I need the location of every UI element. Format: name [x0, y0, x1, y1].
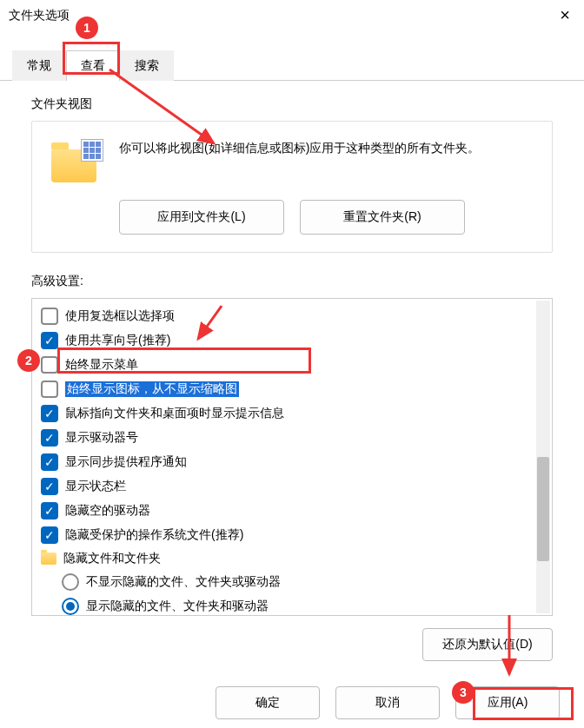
- setting-row-3[interactable]: 始终显示图标，从不显示缩略图: [36, 377, 548, 401]
- close-icon[interactable]: ×: [554, 5, 575, 25]
- setting-label: 不显示隐藏的文件、文件夹或驱动器: [86, 574, 281, 590]
- checkbox[interactable]: [41, 478, 58, 495]
- apply-button[interactable]: 应用(A): [455, 686, 560, 719]
- window-title: 文件夹选项: [9, 8, 70, 23]
- setting-row-10: 隐藏文件和文件夹: [36, 547, 548, 570]
- apply-to-folders-button[interactable]: 应用到文件夹(L): [119, 200, 284, 235]
- tab-search[interactable]: 搜索: [120, 50, 174, 81]
- scrollbar-thumb[interactable]: [537, 457, 549, 561]
- setting-label: 使用共享向导(推荐): [65, 333, 170, 348]
- setting-label: 始终显示菜单: [65, 357, 138, 373]
- setting-label: 始终显示图标，从不显示缩略图: [65, 381, 239, 397]
- setting-label: 隐藏文件和文件夹: [63, 551, 161, 566]
- setting-label: 显示驱动器号: [65, 430, 138, 446]
- radio[interactable]: [62, 573, 79, 591]
- setting-label: 隐藏受保护的操作系统文件(推荐): [65, 527, 243, 543]
- folder-views-description: 你可以将此视图(如详细信息或图标)应用于这种类型的所有文件夹。: [119, 139, 480, 157]
- setting-row-6[interactable]: 显示同步提供程序通知: [36, 450, 548, 474]
- setting-label: 隐藏空的驱动器: [65, 503, 150, 519]
- ok-button[interactable]: 确定: [216, 686, 320, 719]
- checkbox[interactable]: [41, 356, 58, 374]
- setting-row-4[interactable]: 鼠标指向文件夹和桌面项时显示提示信息: [36, 401, 548, 426]
- tab-bar: 常规 查看 搜索: [0, 50, 584, 81]
- scrollbar[interactable]: [536, 301, 550, 613]
- setting-row-2[interactable]: 始终显示菜单: [36, 353, 548, 377]
- checkbox[interactable]: [41, 308, 58, 325]
- setting-label: 使用复选框以选择项: [65, 308, 175, 324]
- cancel-button[interactable]: 取消: [335, 686, 440, 719]
- checkbox[interactable]: [41, 526, 58, 544]
- restore-defaults-button[interactable]: 还原为默认值(D): [422, 628, 553, 661]
- folder-icon: [41, 553, 56, 565]
- folder-views-group: 你可以将此视图(如详细信息或图标)应用于这种类型的所有文件夹。 应用到文件夹(L…: [31, 121, 553, 253]
- tab-general[interactable]: 常规: [12, 50, 66, 81]
- setting-label: 显示状态栏: [65, 479, 126, 494]
- radio[interactable]: [62, 598, 79, 615]
- checkbox[interactable]: [41, 453, 58, 471]
- setting-row-11[interactable]: 不显示隐藏的文件、文件夹或驱动器: [36, 570, 548, 594]
- checkbox[interactable]: [41, 332, 58, 349]
- folder-views-label: 文件夹视图: [31, 96, 553, 112]
- setting-label: 显示同步提供程序通知: [65, 454, 187, 470]
- setting-row-9[interactable]: 隐藏受保护的操作系统文件(推荐): [36, 523, 548, 547]
- setting-row-0[interactable]: 使用复选框以选择项: [36, 304, 548, 328]
- setting-row-8[interactable]: 隐藏空的驱动器: [36, 499, 548, 523]
- checkbox[interactable]: [41, 429, 58, 447]
- setting-row-12[interactable]: 显示隐藏的文件、文件夹和驱动器: [36, 594, 548, 616]
- tab-view[interactable]: 查看: [66, 50, 120, 81]
- advanced-settings-list[interactable]: 使用复选框以选择项使用共享向导(推荐)始终显示菜单始终显示图标，从不显示缩略图鼠…: [31, 298, 553, 616]
- setting-label: 显示隐藏的文件、文件夹和驱动器: [86, 599, 269, 614]
- setting-row-1[interactable]: 使用共享向导(推荐): [36, 328, 548, 353]
- checkbox[interactable]: [41, 381, 58, 398]
- setting-label: 鼠标指向文件夹和桌面项时显示提示信息: [65, 406, 284, 421]
- reset-folders-button[interactable]: 重置文件夹(R): [300, 200, 465, 235]
- advanced-settings-label: 高级设置:: [31, 274, 553, 289]
- checkbox[interactable]: [41, 405, 58, 422]
- setting-row-5[interactable]: 显示驱动器号: [36, 426, 548, 450]
- checkbox[interactable]: [41, 502, 58, 520]
- folder-icon: [51, 139, 103, 182]
- setting-row-7[interactable]: 显示状态栏: [36, 474, 548, 499]
